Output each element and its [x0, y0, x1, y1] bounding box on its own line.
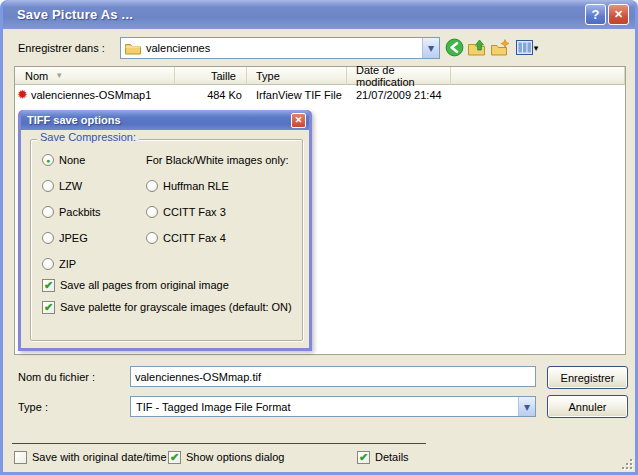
check-icon: ✔: [44, 280, 53, 291]
radio-zip[interactable]: ZIP: [42, 256, 76, 272]
irfanview-file-icon: ✹: [17, 88, 28, 101]
checkbox-save-palette[interactable]: ✔ Save palette for grayscale images (def…: [42, 299, 292, 315]
new-folder-icon: [491, 39, 510, 58]
help-icon: ?: [592, 7, 600, 22]
radio-huffman-rle[interactable]: Huffman RLE: [146, 178, 229, 194]
filetype-value: TIF - Tagged Image File Format: [131, 401, 290, 413]
chevron-down-icon: ▾: [524, 401, 530, 413]
radio-jpeg[interactable]: JPEG: [42, 230, 88, 246]
radio-label: LZW: [59, 180, 82, 192]
chevron-down-icon: ▾: [428, 42, 434, 54]
column-label: Date de modification: [356, 64, 450, 88]
radio-ccitt-fax-3[interactable]: CCITT Fax 3: [146, 204, 226, 220]
file-list-header: Nom ▼ Taille Type Date de modification: [15, 67, 625, 85]
checkbox-save-all-pages[interactable]: ✔ Save all pages from original image: [42, 277, 229, 293]
radio-lzw[interactable]: LZW: [42, 178, 82, 194]
filetype-dropdown-button[interactable]: ▾: [518, 397, 535, 416]
tiff-title-bar[interactable]: TIFF save options ✕: [21, 110, 309, 130]
checkbox-label: Details: [375, 451, 409, 463]
save-picture-dialog: Save Picture As ... ? ✕ Enregistrer dans…: [0, 0, 638, 475]
radio-ccitt-fax-4[interactable]: CCITT Fax 4: [146, 230, 226, 246]
radio-label: Huffman RLE: [163, 180, 229, 192]
up-one-level-button[interactable]: [466, 37, 488, 59]
radio-label: Packbits: [59, 206, 101, 218]
checkbox-box: ✔: [42, 279, 55, 292]
radio-circle: [146, 180, 158, 192]
check-icon: ✔: [359, 452, 368, 463]
checkbox-box: ✔: [357, 451, 370, 464]
radio-circle: [42, 258, 54, 270]
window-title: Save Picture As ...: [3, 7, 133, 22]
location-dropdown-button[interactable]: ▾: [422, 38, 439, 58]
checkbox-label: Save with original date/time: [32, 451, 167, 463]
help-button[interactable]: ?: [585, 4, 606, 25]
column-header-name[interactable]: Nom ▼: [15, 67, 175, 85]
last-folder-visited-button[interactable]: [443, 37, 465, 59]
column-label: Nom: [25, 70, 48, 82]
save-compression-label: Save Compression:: [37, 131, 139, 143]
save-button[interactable]: Enregistrer: [547, 366, 628, 389]
create-new-folder-button[interactable]: [489, 37, 511, 59]
checkbox-save-original-date[interactable]: Save with original date/time: [14, 449, 167, 465]
table-row[interactable]: ✹ valenciennes-OSMmap1 484 Ko IrfanView …: [15, 85, 625, 104]
back-arrow-icon: [445, 38, 464, 59]
resize-grip[interactable]: [619, 456, 632, 469]
radio-circle: [42, 180, 54, 192]
radio-circle: [146, 232, 158, 244]
close-icon: ✕: [614, 8, 623, 21]
checkbox-details[interactable]: ✔ Details: [357, 449, 409, 465]
check-icon: ✔: [170, 452, 179, 463]
location-combobox[interactable]: valenciennes ▾: [120, 37, 440, 59]
close-button[interactable]: ✕: [608, 4, 629, 25]
radio-none[interactable]: ● None: [42, 152, 85, 168]
view-menu-button[interactable]: ▾: [512, 37, 542, 59]
save-in-label: Enregistrer dans :: [18, 42, 105, 54]
tiff-dialog-title: TIFF save options: [21, 114, 121, 126]
column-label: Type: [256, 70, 280, 82]
save-button-label: Enregistrer: [561, 372, 615, 384]
radio-label: CCITT Fax 4: [163, 232, 226, 244]
column-header-type[interactable]: Type: [247, 67, 347, 85]
checkbox-label: Save all pages from original image: [60, 279, 229, 291]
filetype-combobox[interactable]: TIF - Tagged Image File Format ▾: [130, 396, 536, 417]
bw-images-label: For Black/White images only:: [146, 154, 288, 166]
radio-label: ZIP: [59, 258, 76, 270]
file-size: 484 Ko: [207, 89, 242, 101]
close-icon: ✕: [295, 115, 303, 125]
radio-dot: ●: [46, 157, 50, 164]
column-header-filler: [451, 67, 625, 85]
radio-packbits[interactable]: Packbits: [42, 204, 101, 220]
radio-label: None: [59, 154, 85, 166]
checkbox-label: Show options dialog: [186, 451, 284, 463]
tiff-close-button[interactable]: ✕: [291, 113, 306, 128]
filetype-label: Type :: [18, 401, 48, 413]
file-modified: 21/07/2009 21:44: [356, 89, 442, 101]
checkbox-box: [14, 451, 27, 464]
radio-label: CCITT Fax 3: [163, 206, 226, 218]
radio-label: JPEG: [59, 232, 88, 244]
filename-input[interactable]: [130, 366, 536, 387]
column-header-modified[interactable]: Date de modification: [347, 67, 451, 85]
column-header-size[interactable]: Taille: [175, 67, 247, 85]
radio-circle: [42, 232, 54, 244]
views-grid-icon: [516, 40, 533, 57]
column-label: Taille: [211, 70, 236, 82]
checkbox-label: Save palette for grayscale images (defau…: [60, 301, 292, 313]
cancel-button-label: Annuler: [569, 401, 607, 413]
dialog-body: Enregistrer dans : valenciennes ▾: [3, 29, 635, 472]
file-type: IrfanView TIF File: [256, 89, 342, 101]
location-value: valenciennes: [141, 42, 210, 54]
cancel-button[interactable]: Annuler: [547, 395, 628, 418]
checkbox-show-options-dialog[interactable]: ✔ Show options dialog: [168, 449, 284, 465]
footer-divider: [12, 443, 426, 444]
title-bar[interactable]: Save Picture As ... ? ✕: [3, 0, 635, 29]
radio-circle: [146, 206, 158, 218]
tiff-dialog-body: Save Compression: ● None LZW Packbits JP…: [21, 130, 309, 348]
titlebar-buttons: ? ✕: [585, 4, 629, 25]
folder-up-icon: [468, 39, 487, 58]
filename-label: Nom du fichier :: [18, 371, 95, 383]
views-caret-icon: ▾: [534, 43, 539, 53]
checkbox-box: ✔: [42, 301, 55, 314]
folder-icon: [125, 42, 141, 55]
check-icon: ✔: [44, 302, 53, 313]
